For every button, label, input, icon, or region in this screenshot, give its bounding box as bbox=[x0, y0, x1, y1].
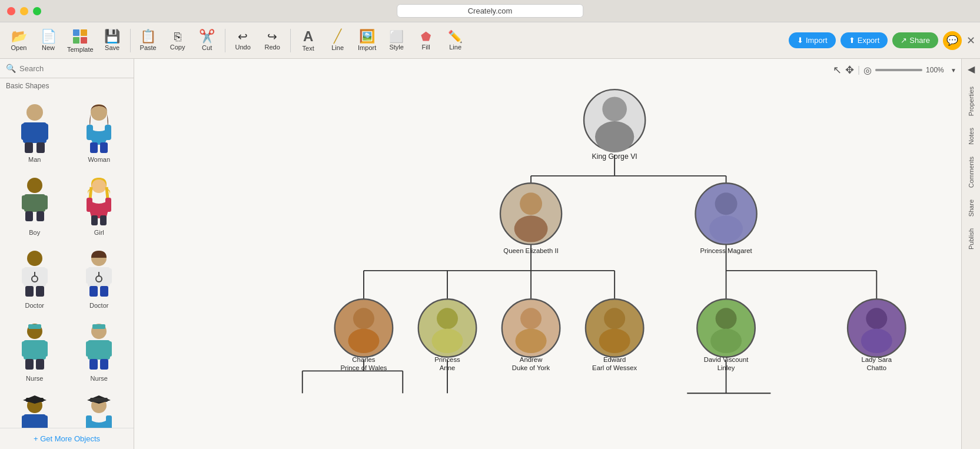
center-icon[interactable]: ◎ bbox=[863, 65, 872, 76]
style-icon: ⬜ bbox=[389, 31, 404, 42]
svg-rect-32 bbox=[25, 286, 34, 297]
woman-figure bbox=[75, 102, 122, 155]
export-button[interactable]: ⬆ Export bbox=[841, 32, 888, 48]
man-figure bbox=[11, 102, 58, 155]
svg-rect-45 bbox=[22, 341, 28, 357]
nurse-f-svg bbox=[78, 322, 119, 372]
man-svg bbox=[14, 104, 55, 154]
svg-rect-66 bbox=[90, 398, 108, 402]
undo-button[interactable]: ↩ Undo bbox=[229, 28, 257, 53]
canvas[interactable]: ↖ ✥ | ◎ 100% ▼ bbox=[134, 59, 961, 449]
fill-button[interactable]: ⬟ Fill bbox=[412, 28, 440, 53]
minimize-button[interactable] bbox=[20, 7, 28, 15]
shape-doctor-f[interactable]: Doctor bbox=[69, 244, 129, 312]
shape-girl[interactable]: Girl bbox=[69, 171, 129, 240]
svg-rect-1 bbox=[81, 29, 87, 36]
woman-label: Woman bbox=[88, 156, 110, 163]
shape-grad-m[interactable]: Graduate bbox=[5, 390, 65, 428]
svg-text:Anne: Anne bbox=[440, 364, 456, 371]
shape-nurse-f[interactable]: Nurse bbox=[69, 317, 129, 385]
nurse-m-label: Nurse bbox=[26, 375, 43, 382]
close-button[interactable] bbox=[7, 7, 15, 15]
titlebar: Creately.com bbox=[0, 0, 980, 22]
text-icon: A bbox=[303, 29, 313, 44]
template-button[interactable]: Template bbox=[64, 26, 97, 55]
svg-rect-43 bbox=[28, 324, 41, 329]
line-button[interactable]: ╱ Line bbox=[324, 28, 352, 54]
share-icon: ↗ bbox=[901, 36, 907, 45]
line-label: Line bbox=[331, 44, 344, 51]
cut-button[interactable]: ✂️ Cut bbox=[193, 28, 221, 54]
svg-point-116 bbox=[520, 308, 542, 329]
svg-rect-0 bbox=[73, 29, 79, 36]
share-panel-label[interactable]: Share bbox=[968, 199, 975, 217]
close-window-button[interactable]: ✕ bbox=[966, 34, 975, 47]
doctor-f-figure bbox=[75, 248, 122, 301]
svg-point-102 bbox=[715, 192, 738, 215]
svg-point-111 bbox=[437, 308, 458, 329]
move-icon[interactable]: ✥ bbox=[845, 64, 854, 77]
grad-m-svg bbox=[14, 395, 55, 428]
shape-grad-f[interactable]: Graduate bbox=[69, 390, 129, 428]
svg-point-121 bbox=[604, 308, 625, 329]
svg-rect-52 bbox=[86, 341, 92, 357]
line2-button[interactable]: ✏️ Line bbox=[441, 28, 470, 53]
import-image-icon: 🖼️ bbox=[359, 30, 375, 43]
template-icon bbox=[72, 28, 88, 45]
get-more-button[interactable]: + Get More Objects bbox=[0, 428, 134, 449]
svg-rect-19 bbox=[25, 211, 33, 221]
svg-point-4 bbox=[26, 104, 43, 121]
shape-doctor-m[interactable]: Doctor bbox=[5, 244, 65, 312]
separator-1 bbox=[130, 29, 131, 52]
redo-button[interactable]: ↪ Redo bbox=[258, 28, 287, 53]
svg-text:Prince of Wales: Prince of Wales bbox=[340, 364, 387, 371]
share-button[interactable]: ↗ Share bbox=[892, 32, 938, 48]
svg-rect-55 bbox=[100, 359, 108, 370]
svg-rect-7 bbox=[41, 124, 48, 140]
new-button[interactable]: 📄 New bbox=[34, 28, 62, 54]
svg-rect-67 bbox=[86, 415, 92, 428]
copy-button[interactable]: ⎘ Copy bbox=[164, 28, 192, 53]
svg-point-15 bbox=[27, 178, 42, 193]
style-button[interactable]: ⬜ Style bbox=[383, 28, 411, 53]
svg-rect-48 bbox=[36, 359, 44, 370]
shape-woman[interactable]: Woman bbox=[69, 98, 129, 167]
paste-button[interactable]: 📋 Paste bbox=[134, 28, 162, 54]
text-button[interactable]: A Text bbox=[294, 27, 323, 54]
svg-point-98 bbox=[520, 192, 542, 215]
import-button[interactable]: ⬇ Import bbox=[789, 32, 836, 48]
comments-label[interactable]: Comments bbox=[968, 157, 975, 188]
import-image-button[interactable]: 🖼️ Import bbox=[353, 28, 381, 54]
nurse-f-label: Nurse bbox=[91, 375, 108, 382]
style-label: Style bbox=[389, 44, 403, 51]
separator-3 bbox=[290, 29, 291, 52]
right-panel-arrow[interactable]: ◀ bbox=[968, 64, 975, 75]
shape-man[interactable]: Man bbox=[5, 98, 65, 167]
svg-rect-41 bbox=[100, 286, 108, 297]
notes-label[interactable]: Notes bbox=[968, 128, 975, 145]
svg-rect-13 bbox=[90, 142, 98, 153]
open-button[interactable]: 📂 Open bbox=[5, 28, 33, 54]
paste-label: Paste bbox=[140, 44, 157, 51]
pointer-icon[interactable]: ↖ bbox=[833, 64, 842, 77]
zoom-dropdown-icon[interactable]: ▼ bbox=[951, 67, 956, 74]
shape-nurse-m[interactable]: Nurse bbox=[5, 317, 65, 385]
shape-boy[interactable]: Boy bbox=[5, 171, 65, 240]
svg-point-117 bbox=[516, 328, 547, 353]
search-input[interactable] bbox=[19, 64, 128, 73]
publish-label[interactable]: Publish bbox=[968, 228, 975, 250]
zoom-slider[interactable] bbox=[875, 69, 922, 71]
svg-point-122 bbox=[599, 328, 630, 353]
save-button[interactable]: 💾 Save bbox=[98, 28, 127, 54]
open-label: Open bbox=[11, 44, 27, 51]
svg-marker-58 bbox=[23, 395, 46, 404]
nurse-m-figure bbox=[11, 321, 58, 374]
svg-rect-53 bbox=[106, 341, 112, 357]
grad-f-svg bbox=[78, 395, 119, 428]
export-label: Export bbox=[858, 36, 880, 45]
properties-label[interactable]: Properties bbox=[968, 87, 975, 116]
chat-button[interactable]: 💬 bbox=[943, 31, 962, 50]
svg-point-106 bbox=[353, 308, 374, 329]
maximize-button[interactable] bbox=[33, 7, 41, 15]
svg-point-95 bbox=[595, 121, 634, 152]
